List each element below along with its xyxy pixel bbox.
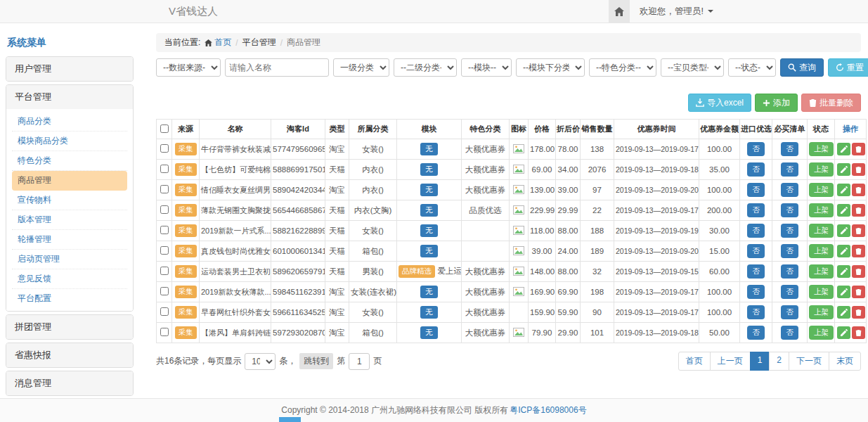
must-buy-toggle[interactable]: 否 xyxy=(781,326,798,340)
must-buy-toggle[interactable]: 否 xyxy=(781,142,798,156)
row-checkbox[interactable] xyxy=(160,307,169,316)
must-buy-toggle[interactable]: 否 xyxy=(781,224,798,238)
sidebar-item[interactable]: 商品分类 xyxy=(12,112,127,132)
edit-button[interactable] xyxy=(837,286,850,298)
sidebar-item[interactable]: 宣传物料 xyxy=(12,191,127,210)
delete-button[interactable] xyxy=(852,286,865,298)
row-checkbox[interactable] xyxy=(160,205,169,214)
must-buy-toggle[interactable]: 否 xyxy=(781,183,798,197)
status-toggle[interactable]: 上架 xyxy=(809,224,834,238)
breadcrumb-home-link[interactable]: 首页 xyxy=(205,37,231,49)
sidebar-section-header[interactable]: 省惠快报 xyxy=(6,343,133,367)
home-button[interactable] xyxy=(609,0,630,23)
sidebar-item[interactable]: 意见反馈 xyxy=(12,269,127,289)
import-select-toggle[interactable]: 否 xyxy=(747,183,765,197)
batch-delete-button[interactable]: 批量删除 xyxy=(801,94,861,112)
edit-button[interactable] xyxy=(837,224,850,237)
add-button[interactable]: 添加 xyxy=(755,94,798,112)
edit-button[interactable] xyxy=(837,306,850,319)
jump-page-input[interactable] xyxy=(349,353,370,370)
sidebar-section-header[interactable]: 用户管理 xyxy=(6,57,133,81)
edit-button[interactable] xyxy=(837,143,850,155)
must-buy-toggle[interactable]: 否 xyxy=(781,285,798,299)
status-toggle[interactable]: 上架 xyxy=(809,142,834,156)
sidebar-section-header[interactable]: 平台管理 xyxy=(6,85,133,109)
page-size-select[interactable]: 10 xyxy=(245,353,276,370)
page-number[interactable]: 1 xyxy=(750,352,770,371)
page-prev[interactable]: 上一页 xyxy=(710,352,751,371)
status-toggle[interactable]: 上架 xyxy=(809,183,834,197)
import-select-toggle[interactable]: 否 xyxy=(747,244,765,258)
status-toggle[interactable]: 上架 xyxy=(809,162,834,177)
reset-button[interactable]: 重置 xyxy=(828,58,868,77)
import-excel-button[interactable]: 导入excel xyxy=(688,94,751,112)
filter-select-feature-category[interactable]: --特色分类-- xyxy=(589,58,656,77)
sidebar-item[interactable]: 平台配置 xyxy=(12,289,127,308)
page-next[interactable]: 下一页 xyxy=(789,352,829,371)
delete-button[interactable] xyxy=(852,143,865,155)
edit-button[interactable] xyxy=(837,204,850,217)
row-checkbox[interactable] xyxy=(160,185,169,193)
sidebar-section-header[interactable]: 拼团管理 xyxy=(6,315,133,339)
row-checkbox[interactable] xyxy=(160,267,169,275)
status-toggle[interactable]: 上架 xyxy=(809,203,834,217)
page-last[interactable]: 末页 xyxy=(829,352,861,371)
filter-select-item-type[interactable]: --宝贝类型-- xyxy=(661,58,724,77)
status-toggle[interactable]: 上架 xyxy=(809,305,834,319)
import-select-toggle[interactable]: 否 xyxy=(747,285,765,299)
delete-button[interactable] xyxy=(852,224,865,237)
filter-select-module-subcategory[interactable]: --模块下分类-- xyxy=(516,58,585,77)
edit-button[interactable] xyxy=(837,163,850,176)
icp-link[interactable]: 粤ICP备16098006号 xyxy=(510,404,586,416)
import-select-toggle[interactable]: 否 xyxy=(747,264,765,279)
select-all-checkbox[interactable] xyxy=(160,124,169,133)
edit-button[interactable] xyxy=(837,245,850,257)
sidebar-item[interactable]: 轮播管理 xyxy=(12,230,127,250)
must-buy-toggle[interactable]: 否 xyxy=(781,264,798,279)
sidebar-item[interactable]: 版本管理 xyxy=(12,210,127,230)
filter-select-level2-category[interactable]: --二级分类-- xyxy=(394,58,457,77)
filter-select-status[interactable]: --状态-- xyxy=(728,58,776,77)
sidebar-section-header[interactable]: 消息管理 xyxy=(6,371,133,395)
delete-button[interactable] xyxy=(852,245,865,257)
sidebar-item[interactable]: 启动页管理 xyxy=(12,250,127,269)
status-toggle[interactable]: 上架 xyxy=(809,326,834,340)
row-checkbox[interactable] xyxy=(160,165,169,173)
status-toggle[interactable]: 上架 xyxy=(809,285,834,299)
edit-button[interactable] xyxy=(837,184,850,196)
delete-button[interactable] xyxy=(852,326,865,339)
status-toggle[interactable]: 上架 xyxy=(809,264,834,279)
search-button[interactable]: 查询 xyxy=(780,58,824,77)
must-buy-toggle[interactable]: 否 xyxy=(781,305,798,319)
import-select-toggle[interactable]: 否 xyxy=(747,224,765,238)
sidebar-item[interactable]: 特色分类 xyxy=(12,151,127,171)
jump-button[interactable]: 跳转到 xyxy=(299,353,333,369)
row-checkbox[interactable] xyxy=(160,226,169,234)
delete-button[interactable] xyxy=(852,163,865,176)
must-buy-toggle[interactable]: 否 xyxy=(781,203,798,217)
filter-select-module[interactable]: --模块-- xyxy=(461,58,512,77)
import-select-toggle[interactable]: 否 xyxy=(747,142,765,156)
must-buy-toggle[interactable]: 否 xyxy=(781,162,798,177)
row-checkbox[interactable] xyxy=(160,246,169,255)
import-select-toggle[interactable]: 否 xyxy=(747,203,765,217)
delete-button[interactable] xyxy=(852,204,865,217)
filter-select-data-source[interactable]: --数据来源-- xyxy=(156,58,221,77)
sidebar-item[interactable]: 模块商品分类 xyxy=(12,132,127,151)
delete-button[interactable] xyxy=(852,265,865,278)
delete-button[interactable] xyxy=(852,306,865,319)
user-menu[interactable]: 欢迎您，管理员! xyxy=(630,6,723,18)
delete-button[interactable] xyxy=(852,184,865,196)
row-checkbox[interactable] xyxy=(160,328,169,336)
name-search-input[interactable] xyxy=(225,58,329,77)
import-select-toggle[interactable]: 否 xyxy=(747,326,765,340)
sidebar-item[interactable]: 商品管理 xyxy=(12,171,127,191)
must-buy-toggle[interactable]: 否 xyxy=(781,244,798,258)
edit-button[interactable] xyxy=(837,265,850,278)
status-toggle[interactable]: 上架 xyxy=(809,244,834,258)
import-select-toggle[interactable]: 否 xyxy=(747,162,765,177)
filter-select-level1-category[interactable]: 一级分类 xyxy=(333,58,389,77)
breadcrumb-item-platform[interactable]: 平台管理 xyxy=(242,37,276,49)
row-checkbox[interactable] xyxy=(160,287,169,295)
page-first[interactable]: 首页 xyxy=(678,352,711,371)
